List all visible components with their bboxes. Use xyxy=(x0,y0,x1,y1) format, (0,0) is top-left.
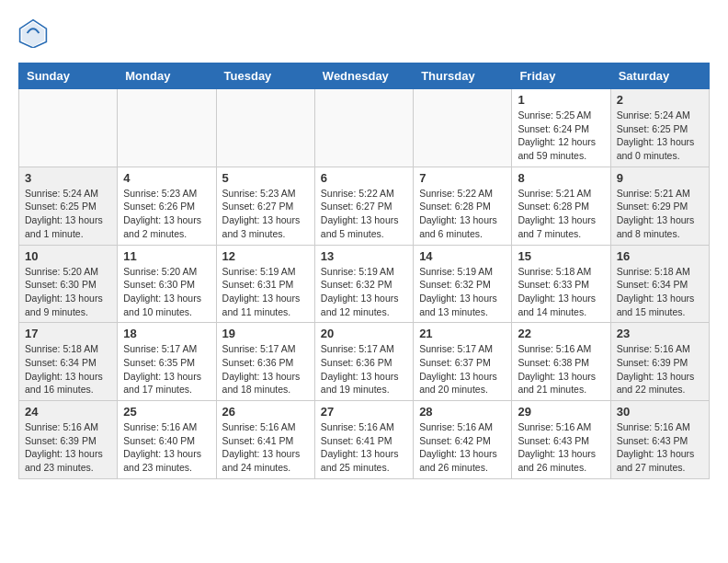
header-row: SundayMondayTuesdayWednesdayThursdayFrid… xyxy=(19,63,710,89)
day-number: 25 xyxy=(123,405,210,419)
day-info: Sunrise: 5:17 AMSunset: 6:37 PMDaylight:… xyxy=(419,342,506,396)
day-info: Sunrise: 5:19 AMSunset: 6:32 PMDaylight:… xyxy=(321,265,407,319)
header-cell-saturday: Saturday xyxy=(610,63,709,89)
day-number: 20 xyxy=(321,327,407,340)
day-info: Sunrise: 5:21 AMSunset: 6:29 PMDaylight:… xyxy=(617,187,703,241)
day-number: 15 xyxy=(518,249,604,263)
day-number: 26 xyxy=(222,405,309,419)
day-cell xyxy=(314,89,413,167)
day-number: 18 xyxy=(123,327,210,340)
day-number: 8 xyxy=(518,171,604,185)
day-number: 29 xyxy=(518,405,604,419)
day-info: Sunrise: 5:17 AMSunset: 6:35 PMDaylight:… xyxy=(123,342,210,396)
day-info: Sunrise: 5:20 AMSunset: 6:30 PMDaylight:… xyxy=(25,265,111,319)
day-cell: 30Sunrise: 5:16 AMSunset: 6:43 PMDayligh… xyxy=(610,401,709,479)
day-number: 1 xyxy=(518,93,604,107)
logo xyxy=(18,18,51,48)
day-number: 10 xyxy=(25,249,111,263)
day-info: Sunrise: 5:18 AMSunset: 6:33 PMDaylight:… xyxy=(518,265,604,319)
day-number: 13 xyxy=(321,249,407,263)
day-cell xyxy=(118,89,216,167)
day-cell: 14Sunrise: 5:19 AMSunset: 6:32 PMDayligh… xyxy=(414,245,512,323)
day-info: Sunrise: 5:16 AMSunset: 6:43 PMDaylight:… xyxy=(518,420,604,475)
day-cell: 13Sunrise: 5:19 AMSunset: 6:32 PMDayligh… xyxy=(314,245,413,323)
day-cell: 4Sunrise: 5:23 AMSunset: 6:26 PMDaylight… xyxy=(118,167,216,245)
day-cell: 3Sunrise: 5:24 AMSunset: 6:25 PMDaylight… xyxy=(19,167,118,245)
header-cell-thursday: Thursday xyxy=(414,63,512,89)
calendar-header: SundayMondayTuesdayWednesdayThursdayFrid… xyxy=(19,63,710,89)
day-info: Sunrise: 5:19 AMSunset: 6:31 PMDaylight:… xyxy=(222,265,309,319)
day-number: 24 xyxy=(25,405,111,419)
day-info: Sunrise: 5:23 AMSunset: 6:27 PMDaylight:… xyxy=(222,187,309,241)
day-cell: 20Sunrise: 5:17 AMSunset: 6:36 PMDayligh… xyxy=(314,323,413,401)
day-cell: 25Sunrise: 5:16 AMSunset: 6:40 PMDayligh… xyxy=(118,401,216,479)
day-number: 19 xyxy=(222,327,309,340)
day-cell: 19Sunrise: 5:17 AMSunset: 6:36 PMDayligh… xyxy=(216,323,314,401)
day-number: 2 xyxy=(617,93,703,107)
day-cell: 15Sunrise: 5:18 AMSunset: 6:33 PMDayligh… xyxy=(512,245,610,323)
day-cell: 22Sunrise: 5:16 AMSunset: 6:38 PMDayligh… xyxy=(512,323,610,401)
day-info: Sunrise: 5:23 AMSunset: 6:26 PMDaylight:… xyxy=(123,187,210,241)
day-cell xyxy=(414,89,512,167)
day-info: Sunrise: 5:24 AMSunset: 6:25 PMDaylight:… xyxy=(617,109,703,163)
week-row-3: 10Sunrise: 5:20 AMSunset: 6:30 PMDayligh… xyxy=(19,245,710,323)
day-info: Sunrise: 5:21 AMSunset: 6:28 PMDaylight:… xyxy=(518,187,604,241)
day-number: 3 xyxy=(25,171,111,185)
day-number: 12 xyxy=(222,249,309,263)
page-header xyxy=(18,18,710,48)
day-cell: 1Sunrise: 5:25 AMSunset: 6:24 PMDaylight… xyxy=(512,89,610,167)
day-cell: 21Sunrise: 5:17 AMSunset: 6:37 PMDayligh… xyxy=(414,323,512,401)
day-info: Sunrise: 5:16 AMSunset: 6:42 PMDaylight:… xyxy=(419,420,506,475)
header-cell-tuesday: Tuesday xyxy=(216,63,314,89)
header-cell-wednesday: Wednesday xyxy=(314,63,413,89)
day-cell: 24Sunrise: 5:16 AMSunset: 6:39 PMDayligh… xyxy=(19,401,118,479)
week-row-1: 1Sunrise: 5:25 AMSunset: 6:24 PMDaylight… xyxy=(19,89,710,167)
day-info: Sunrise: 5:16 AMSunset: 6:41 PMDaylight:… xyxy=(321,420,407,475)
day-number: 4 xyxy=(123,171,210,185)
day-cell: 26Sunrise: 5:16 AMSunset: 6:41 PMDayligh… xyxy=(216,401,314,479)
day-number: 7 xyxy=(419,171,506,185)
day-number: 9 xyxy=(617,171,703,185)
day-cell: 10Sunrise: 5:20 AMSunset: 6:30 PMDayligh… xyxy=(19,245,118,323)
day-number: 28 xyxy=(419,405,506,419)
day-info: Sunrise: 5:16 AMSunset: 6:39 PMDaylight:… xyxy=(25,420,111,475)
day-cell: 11Sunrise: 5:20 AMSunset: 6:30 PMDayligh… xyxy=(118,245,216,323)
day-cell: 28Sunrise: 5:16 AMSunset: 6:42 PMDayligh… xyxy=(414,401,512,479)
day-number: 21 xyxy=(419,327,506,340)
day-cell: 23Sunrise: 5:16 AMSunset: 6:39 PMDayligh… xyxy=(610,323,709,401)
day-info: Sunrise: 5:22 AMSunset: 6:27 PMDaylight:… xyxy=(321,187,407,241)
day-cell: 9Sunrise: 5:21 AMSunset: 6:29 PMDaylight… xyxy=(610,167,709,245)
header-cell-friday: Friday xyxy=(512,63,610,89)
day-cell: 5Sunrise: 5:23 AMSunset: 6:27 PMDaylight… xyxy=(216,167,314,245)
day-info: Sunrise: 5:22 AMSunset: 6:28 PMDaylight:… xyxy=(419,187,506,241)
day-info: Sunrise: 5:16 AMSunset: 6:43 PMDaylight:… xyxy=(617,420,703,475)
day-cell xyxy=(216,89,314,167)
week-row-2: 3Sunrise: 5:24 AMSunset: 6:25 PMDaylight… xyxy=(19,167,710,245)
day-info: Sunrise: 5:18 AMSunset: 6:34 PMDaylight:… xyxy=(25,342,111,396)
day-cell: 27Sunrise: 5:16 AMSunset: 6:41 PMDayligh… xyxy=(314,401,413,479)
day-cell: 16Sunrise: 5:18 AMSunset: 6:34 PMDayligh… xyxy=(610,245,709,323)
day-cell: 12Sunrise: 5:19 AMSunset: 6:31 PMDayligh… xyxy=(216,245,314,323)
day-cell: 6Sunrise: 5:22 AMSunset: 6:27 PMDaylight… xyxy=(314,167,413,245)
day-number: 23 xyxy=(617,327,703,340)
day-info: Sunrise: 5:25 AMSunset: 6:24 PMDaylight:… xyxy=(518,109,604,163)
day-info: Sunrise: 5:16 AMSunset: 6:38 PMDaylight:… xyxy=(518,342,604,396)
day-cell: 17Sunrise: 5:18 AMSunset: 6:34 PMDayligh… xyxy=(19,323,118,401)
day-number: 27 xyxy=(321,405,407,419)
week-row-4: 17Sunrise: 5:18 AMSunset: 6:34 PMDayligh… xyxy=(19,323,710,401)
week-row-5: 24Sunrise: 5:16 AMSunset: 6:39 PMDayligh… xyxy=(19,401,710,479)
day-number: 6 xyxy=(321,171,407,185)
day-info: Sunrise: 5:17 AMSunset: 6:36 PMDaylight:… xyxy=(321,342,407,396)
day-number: 17 xyxy=(25,327,111,340)
day-number: 14 xyxy=(419,249,506,263)
header-cell-sunday: Sunday xyxy=(19,63,118,89)
day-info: Sunrise: 5:19 AMSunset: 6:32 PMDaylight:… xyxy=(419,265,506,319)
day-info: Sunrise: 5:20 AMSunset: 6:30 PMDaylight:… xyxy=(123,265,210,319)
day-cell: 18Sunrise: 5:17 AMSunset: 6:35 PMDayligh… xyxy=(118,323,216,401)
day-cell xyxy=(19,89,118,167)
day-info: Sunrise: 5:16 AMSunset: 6:40 PMDaylight:… xyxy=(123,420,210,475)
logo-icon xyxy=(18,18,48,48)
day-cell: 7Sunrise: 5:22 AMSunset: 6:28 PMDaylight… xyxy=(414,167,512,245)
day-cell: 29Sunrise: 5:16 AMSunset: 6:43 PMDayligh… xyxy=(512,401,610,479)
day-number: 11 xyxy=(123,249,210,263)
